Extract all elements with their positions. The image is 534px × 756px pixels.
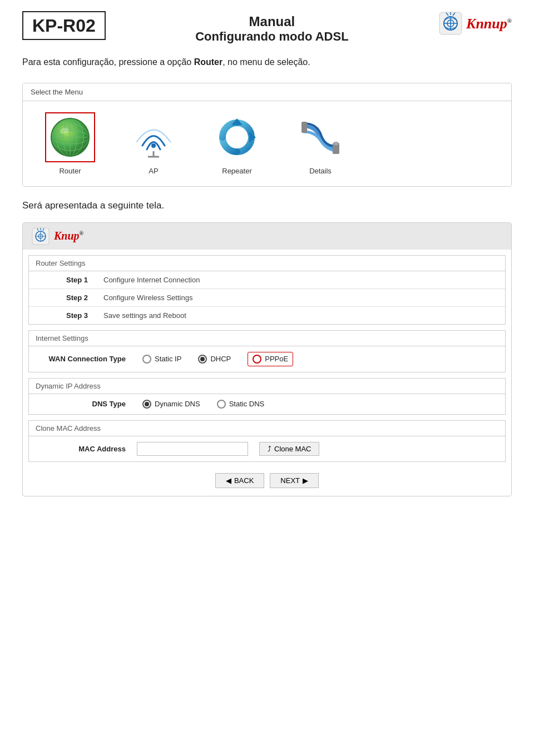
device-knup-logo-icon: [32, 227, 50, 245]
radio-dynamic-dns-label: Dynamic DNS: [155, 400, 200, 408]
repeater-arrows-icon: [215, 115, 259, 160]
menu-panel: Select the Menu: [22, 83, 512, 187]
ap-antenna-icon: [131, 115, 176, 160]
clone-mac-label: Clone MAC: [274, 445, 311, 453]
header-logo: Knnup®: [438, 11, 512, 36]
menu-item-router-label: Router: [59, 167, 81, 175]
menu-item-details-label: Details: [309, 167, 332, 175]
brand-label: KP-R02: [22, 11, 106, 40]
step3-label: Step 3: [29, 306, 96, 324]
radio-static-ip-label: Static IP: [155, 355, 181, 363]
router-settings-header: Router Settings: [29, 256, 505, 271]
step1-desc: Configure Internet Connection: [96, 271, 505, 289]
intro-bold: Router: [194, 57, 223, 67]
step3-desc: Save settings and Reboot: [96, 306, 505, 324]
back-arrow-icon: ◀: [226, 476, 231, 485]
dns-settings-section: Dynamic IP Address DNS Type Dynamic DNS …: [28, 378, 506, 415]
menu-item-details[interactable]: Details: [295, 112, 345, 175]
manual-subtitle: Configurando modo ADSL: [106, 29, 438, 44]
radio-static-dns-label: Static DNS: [229, 400, 265, 408]
wan-connection-row: WAN Connection Type Static IP DHCP PPPoE: [29, 346, 505, 372]
clone-mac-button[interactable]: ⤴ Clone MAC: [259, 442, 319, 456]
ap-icon-box: [128, 112, 179, 162]
clone-mac-icon: ⤴: [268, 445, 271, 453]
radio-static-ip[interactable]: Static IP: [142, 355, 181, 364]
details-cables-icon: [298, 115, 343, 160]
svg-rect-24: [301, 122, 307, 133]
internet-settings-header: Internet Settings: [29, 331, 505, 346]
navigation-buttons: ◀ BACK NEXT ▶: [23, 467, 511, 496]
router-globe-icon: [48, 115, 92, 160]
svg-rect-23: [334, 142, 338, 145]
device-panel-header: Knup®: [23, 223, 511, 250]
radio-static-dns[interactable]: Static DNS: [217, 400, 265, 409]
device-panel: Knup® Router Settings Step 1 Configure I…: [22, 222, 512, 496]
radio-static-dns-circle: [217, 400, 226, 409]
knup-logo-icon: [438, 11, 463, 36]
intro-paragraph: Para esta configuração, pressione a opçã…: [22, 55, 512, 69]
next-label: NEXT: [280, 476, 300, 485]
step1-label: Step 1: [29, 271, 96, 289]
next-button[interactable]: NEXT ▶: [270, 473, 319, 488]
radio-dhcp[interactable]: DHCP: [198, 355, 231, 364]
internet-settings-section: Internet Settings WAN Connection Type St…: [28, 330, 506, 372]
radio-dhcp-circle: [198, 355, 207, 364]
repeater-icon-box: [212, 112, 262, 162]
step2-label: Step 2: [29, 289, 96, 306]
menu-icons-row: Router AP: [23, 101, 511, 186]
wan-radio-group: Static IP DHCP PPPoE: [142, 352, 293, 366]
router-settings-section: Router Settings Step 1 Configure Interne…: [28, 255, 506, 325]
radio-pppoe-label: PPPoE: [265, 355, 288, 363]
details-icon-box: [295, 112, 345, 162]
mac-section-header: Clone MAC Address: [29, 421, 505, 436]
menu-panel-header: Select the Menu: [23, 83, 511, 101]
page-header: KP-R02 Manual Configurando modo ADSL Knn…: [22, 11, 512, 44]
menu-item-router[interactable]: Router: [45, 112, 95, 175]
radio-static-ip-circle: [142, 355, 151, 364]
radio-pppoe-circle: [253, 355, 261, 364]
back-label: BACK: [234, 476, 254, 485]
dns-radio-group: Dynamic DNS Static DNS: [142, 400, 264, 409]
dns-type-label: DNS Type: [37, 400, 126, 408]
dns-settings-header: Dynamic IP Address: [29, 379, 505, 394]
wan-connection-label: WAN Connection Type: [37, 355, 126, 363]
intro-line2: , no menu de seleção.: [222, 57, 310, 67]
mac-address-label: MAC Address: [37, 445, 126, 453]
back-button[interactable]: ◀ BACK: [215, 473, 264, 488]
router-icon-box: [45, 112, 95, 162]
dns-type-row: DNS Type Dynamic DNS Static DNS: [29, 394, 505, 414]
header-title-area: Manual Configurando modo ADSL: [106, 11, 438, 44]
radio-dynamic-dns[interactable]: Dynamic DNS: [142, 400, 200, 409]
radio-dynamic-dns-circle: [142, 400, 151, 409]
table-row: Step 2 Configure Wireless Settings: [29, 289, 505, 306]
step2-desc: Configure Wireless Settings: [96, 289, 505, 306]
manual-title: Manual: [106, 14, 438, 29]
intro-line1: Para esta configuração, pressione a opçã…: [22, 57, 191, 67]
menu-item-repeater[interactable]: Repeater: [212, 112, 262, 175]
radio-dhcp-label: DHCP: [210, 355, 231, 363]
knup-logo-text: Knnup®: [466, 14, 512, 32]
section-intro-text: Será apresentada a seguinte tela.: [22, 200, 512, 211]
table-row: Step 1 Configure Internet Connection: [29, 271, 505, 289]
radio-pppoe[interactable]: PPPoE: [248, 352, 293, 366]
mac-address-row: MAC Address ⤴ Clone MAC: [29, 436, 505, 461]
menu-item-ap-label: AP: [149, 167, 158, 175]
menu-item-ap[interactable]: AP: [128, 112, 179, 175]
table-row: Step 3 Save settings and Reboot: [29, 306, 505, 324]
device-logo-text: Knup®: [54, 230, 83, 242]
mac-section: Clone MAC Address MAC Address ⤴ Clone MA…: [28, 420, 506, 462]
next-arrow-icon: ▶: [303, 476, 308, 485]
router-steps-table: Step 1 Configure Internet Connection Ste…: [29, 271, 505, 324]
mac-address-input[interactable]: [137, 442, 248, 456]
svg-point-19: [151, 143, 156, 148]
menu-item-repeater-label: Repeater: [222, 167, 251, 175]
